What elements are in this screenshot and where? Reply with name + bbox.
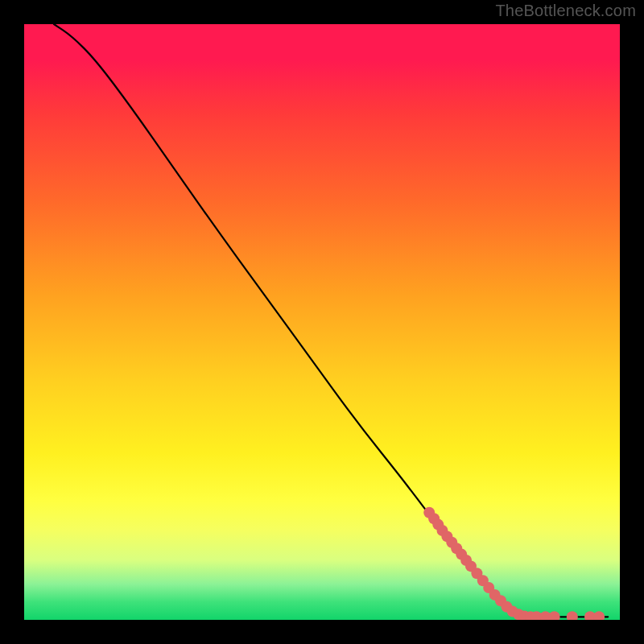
bottleneck-curve: [54, 24, 608, 617]
data-marker: [593, 611, 605, 620]
attribution-label: TheBottleneck.com: [495, 2, 636, 20]
data-marker: [549, 611, 560, 620]
plot-area: [24, 24, 620, 620]
data-marker: [567, 611, 578, 620]
chart-container: TheBottleneck.com: [0, 0, 644, 644]
chart-overlay: [24, 24, 620, 620]
marker-group: [423, 507, 605, 620]
